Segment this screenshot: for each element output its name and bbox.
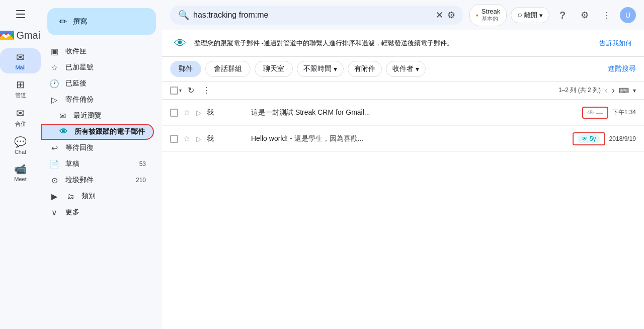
- recent-icon: ✉: [57, 111, 67, 121]
- view-options-icon[interactable]: ▾: [633, 87, 636, 94]
- user-avatar[interactable]: U: [620, 7, 636, 23]
- banner: 👁 整理您的跟蹤電子郵件 -通過對管道中的聯繫人進行排序和過濾，輕鬆發送後續電子…: [162, 30, 644, 57]
- nav-item-tracked[interactable]: 👁 所有被跟蹤的電子郵件: [41, 124, 154, 140]
- email-subject-bold: Hello world!: [251, 134, 288, 142]
- email-sender: 我: [207, 134, 247, 143]
- nav-item-recent[interactable]: ✉ 最近瀏覽: [41, 108, 154, 124]
- prev-page-button[interactable]: ‹: [605, 85, 608, 96]
- sidebar-item-mail[interactable]: ✉ Mail: [0, 48, 41, 73]
- table-row[interactable]: ☆ ▷ 我 這是一封測試 Streak CRM for Gmail... 👁 —…: [162, 100, 644, 126]
- recent-label: 最近瀏覽: [73, 111, 146, 120]
- nav-item-spam[interactable]: ⊙ 垃圾郵件 210: [41, 172, 154, 188]
- row-checkbox[interactable]: [170, 109, 178, 117]
- waiting-label: 等待回復: [65, 143, 146, 152]
- select-dropdown-icon[interactable]: ▾: [179, 88, 182, 93]
- gmail-logo[interactable]: Gmail: [0, 29, 43, 41]
- search-icon: 🔍: [178, 10, 189, 21]
- email-time: 下午1:34: [612, 108, 636, 117]
- row-checkbox[interactable]: [170, 135, 178, 143]
- sent-label: 寄件備份: [65, 95, 146, 104]
- nav-item-sent[interactable]: ▷ 寄件備份: [41, 92, 154, 108]
- refresh-button[interactable]: ↻: [186, 84, 196, 97]
- help-button[interactable]: ?: [553, 6, 572, 24]
- apps-grid-icon: ⋮: [603, 11, 611, 20]
- table-row[interactable]: ☆ ▷ 我 Hello world! - 還是學生，因為喜歡... 👁 5y 2…: [162, 126, 644, 152]
- banner-link[interactable]: 告訴我如何: [599, 39, 632, 48]
- gmail-text: Gmail: [16, 30, 42, 41]
- streak-button[interactable]: ▪ Streak 基本的: [469, 4, 507, 26]
- sidebar-item-pipeline[interactable]: ⊞ 管道: [0, 75, 41, 102]
- search-bar[interactable]: 🔍 ✕ ⚙: [170, 6, 463, 25]
- gmail-logo-icon: [0, 29, 14, 41]
- action-separator: —: [596, 109, 603, 117]
- streak-sub: 基本的: [481, 15, 501, 23]
- forward-icon[interactable]: ▷: [195, 109, 203, 117]
- filter-time[interactable]: 不限時間 ▾: [297, 61, 344, 77]
- nav-item-snoozed[interactable]: 🕐 已延後: [41, 75, 154, 92]
- banner-text: 整理您的跟蹤電子郵件 -通過對管道中的聯繫人進行排序和過濾，輕鬆發送後續電子郵件…: [194, 39, 591, 48]
- topbar-right: ▪ Streak 基本的 ○ 離開 ▾ ? ⚙ ⋮ U: [469, 4, 636, 26]
- help-icon: ?: [559, 10, 566, 21]
- keyboard-shortcut-icon[interactable]: ⌨: [619, 87, 629, 95]
- clock-icon: 🕐: [49, 79, 59, 89]
- email-time: 2018/9/19: [609, 135, 636, 142]
- select-all-area[interactable]: ▾: [170, 87, 182, 95]
- email-subject: Hello world! - 還是學生，因為喜歡...: [251, 134, 569, 143]
- snoozed-label: 已延後: [65, 79, 146, 88]
- tab-chat[interactable]: 聊天室: [255, 61, 293, 77]
- mail-icon: ✉: [16, 51, 25, 63]
- settings-button[interactable]: ⚙: [576, 6, 594, 24]
- search-input[interactable]: [193, 11, 432, 20]
- more-options-button[interactable]: ⋮: [200, 84, 212, 97]
- inbox-label: 收件匣: [65, 47, 146, 56]
- spam-label: 垃圾郵件: [65, 176, 130, 185]
- more-label: 更多: [65, 208, 146, 217]
- sidebar-item-meet[interactable]: 📹 Meet: [0, 160, 41, 185]
- forward-icon[interactable]: ▷: [195, 135, 203, 143]
- sidebar-meet-label: Meet: [14, 176, 26, 182]
- tab-mail[interactable]: 郵件: [170, 61, 201, 77]
- sidebar-item-chat[interactable]: 💬 Chat: [0, 133, 41, 158]
- hamburger-menu[interactable]: [11, 4, 31, 24]
- drafts-label: 草稿: [65, 159, 133, 169]
- nav-item-categories[interactable]: ▶ 🗂 類別: [41, 188, 154, 204]
- nav-item-inbox[interactable]: ▣ 收件匣: [41, 43, 154, 59]
- select-all-checkbox[interactable]: [170, 87, 178, 95]
- chevron-down-icon: ∨: [49, 208, 59, 217]
- search-filter-icon[interactable]: ⚙: [447, 10, 455, 21]
- filter-attachment[interactable]: 有附件: [348, 61, 382, 77]
- streak-label-group: Streak 基本的: [481, 8, 501, 23]
- sidebar-item-merge[interactable]: ✉ 合併: [0, 104, 41, 131]
- search-clear-icon[interactable]: ✕: [436, 10, 443, 21]
- filter-recipient[interactable]: 收件者 ▾: [386, 61, 426, 77]
- page-info: 1–2 列 (共 2 列) ‹ › ⌨ ▾: [558, 85, 636, 96]
- nav-item-more[interactable]: ∨ 更多: [41, 204, 154, 220]
- banner-eye-icon: 👁: [174, 36, 186, 50]
- advanced-search-button[interactable]: 進階搜尋: [608, 64, 636, 73]
- tracking-badge[interactable]: 👁 5y: [578, 134, 600, 143]
- email-sender: 我: [207, 108, 247, 117]
- sent-icon: ▷: [49, 95, 59, 105]
- star-icon[interactable]: ☆: [182, 134, 191, 143]
- categories-label: 類別: [82, 192, 146, 201]
- filter-recipient-label: 收件者: [392, 64, 414, 73]
- next-page-button[interactable]: ›: [612, 85, 615, 96]
- email-actions: 👁 5y: [573, 132, 605, 145]
- tab-groups[interactable]: 會話群組: [205, 61, 251, 77]
- eye-slash-icon[interactable]: 👁: [587, 109, 594, 117]
- leave-label: 離開: [524, 11, 537, 20]
- nav-item-starred[interactable]: ☆ 已加星號: [41, 59, 154, 75]
- leave-button[interactable]: ○ 離開 ▾: [511, 7, 549, 23]
- compose-label: 撰寫: [73, 17, 87, 26]
- nav-item-waiting[interactable]: ↩ 等待回復: [41, 140, 154, 156]
- compose-button[interactable]: ✏ 撰寫: [47, 8, 156, 35]
- topbar: 🔍 ✕ ⚙ ▪ Streak 基本的 ○ 離開 ▾ ? ⚙: [162, 0, 644, 30]
- pipeline-icon: ⊞: [16, 78, 25, 91]
- apps-button[interactable]: ⋮: [598, 6, 616, 24]
- email-actions: 👁 —: [582, 107, 608, 119]
- tracked-label: 所有被跟蹤的電子郵件: [74, 127, 145, 136]
- page-numbers: 1–2 列 (共 2 列): [558, 86, 601, 95]
- star-icon: ☆: [49, 63, 59, 72]
- star-icon[interactable]: ☆: [182, 108, 191, 117]
- nav-item-drafts[interactable]: 📄 草稿 53: [41, 156, 154, 172]
